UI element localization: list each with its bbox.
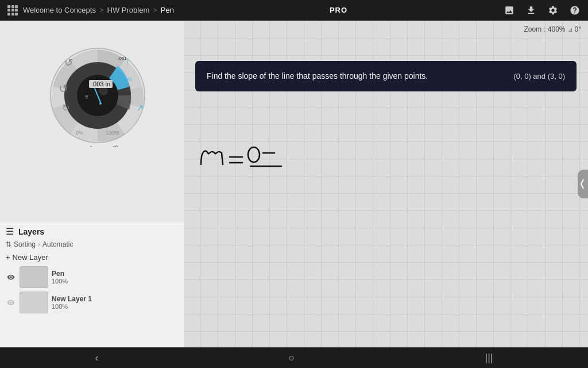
svg-text:.662: .662 [123, 76, 133, 82]
layer-info-pen: Pen 100% [52, 270, 68, 285]
layer-item-pen[interactable]: Pen 100% [6, 266, 178, 288]
svg-text:↺: ↺ [59, 82, 68, 95]
layer-info-new: New Layer 1 100% [52, 295, 92, 310]
zoom-indicator: Zoom : 400% ⊿ 0° [524, 25, 581, 33]
problem-card: Find the slope of the line that passes t… [195, 61, 577, 91]
svg-text:∿: ∿ [89, 144, 95, 147]
image-icon[interactable] [503, 4, 516, 17]
arrow-down-right-icon[interactable]: ↗ [136, 102, 144, 113]
zoom-value[interactable]: 400% [548, 25, 566, 33]
bottom-bar: ‹ ○ ||| [0, 347, 588, 368]
new-layer-label: New Layer [13, 253, 48, 262]
home-button[interactable]: ○ [277, 350, 307, 366]
svg-point-16 [99, 102, 102, 105]
layer-name-pen: Pen [52, 270, 68, 278]
sorting-label[interactable]: Sorting [14, 240, 36, 248]
layers-title: Layers [18, 227, 44, 236]
back-button[interactable]: ‹ [84, 350, 110, 366]
svg-text:.227: .227 [75, 146, 84, 147]
topbar-left: Welcome to Concepts > HW Problem > Pen [7, 5, 174, 16]
layer-opacity-new: 100% [52, 303, 92, 310]
undo-icon[interactable]: ↺ [64, 56, 73, 69]
layer-eye-hidden[interactable] [6, 298, 16, 306]
breadcrumb-hw[interactable]: HW Problem [107, 6, 150, 14]
help-icon[interactable] [568, 4, 581, 17]
layer-eye-visible[interactable] [6, 273, 16, 281]
left-panel: .061 .662 .20 .227 ↺ ≡ ∿ ↑ ↓ 0% [0, 21, 184, 347]
svg-point-19 [248, 147, 260, 162]
arrow-up-icon[interactable]: ↑ [125, 56, 130, 67]
pen-wheel[interactable]: .061 .662 .20 .227 ↺ ≡ ∿ ↑ ↓ 0% [46, 44, 149, 147]
redo-icon[interactable]: ↻ [62, 102, 69, 113]
problem-text: Find the slope of the line that passes t… [207, 70, 513, 82]
problem-coords: (0, 0) and (3, 0) [513, 72, 565, 80]
breadcrumb-app[interactable]: Welcome to Concepts [23, 6, 96, 14]
layer-name-new: New Layer 1 [52, 295, 92, 303]
zoom-icon: ⊿ [568, 26, 572, 33]
upload-icon[interactable] [525, 4, 537, 17]
layers-header: ☰ Layers [6, 226, 178, 237]
settings-icon[interactable] [547, 4, 559, 17]
svg-text:.20: .20 [111, 144, 119, 147]
layer-thumbnail-pen [20, 266, 48, 288]
handwriting-svg [195, 133, 339, 179]
sorting-value[interactable]: Automatic [42, 240, 73, 248]
canvas-area[interactable]: Zoom : 400% ⊿ 0° Find the slope of the l… [184, 21, 588, 347]
zoom-label: Zoom : [524, 25, 545, 33]
breadcrumb-sep2: > [153, 6, 157, 14]
math-area [195, 133, 339, 181]
app-icon[interactable] [7, 5, 18, 16]
svg-text:0%: 0% [76, 130, 83, 136]
top-bar: Welcome to Concepts > HW Problem > Pen P… [0, 0, 588, 21]
pen-wheel-area: .061 .662 .20 .227 ↺ ≡ ∿ ↑ ↓ 0% [0, 21, 184, 221]
pen-size-label: .003 in [89, 80, 113, 88]
sorting-row: ⇅ Sorting › Automatic [6, 240, 178, 248]
layers-menu-icon[interactable]: ☰ [6, 226, 14, 237]
side-handle[interactable] [578, 170, 588, 198]
breadcrumb: Welcome to Concepts > HW Problem > Pen [23, 6, 174, 14]
layer-thumbnail-new [20, 292, 48, 313]
pro-badge: PRO [330, 6, 347, 14]
sort-sep: › [38, 240, 40, 248]
svg-text:≡: ≡ [85, 94, 88, 100]
layers-panel: ☰ Layers ⇅ Sorting › Automatic + New Lay… [0, 221, 184, 347]
new-layer-button[interactable]: + New Layer [6, 253, 178, 262]
main-area: .061 .662 .20 .227 ↺ ≡ ∿ ↑ ↓ 0% [0, 21, 588, 347]
plus-icon: + [6, 253, 10, 262]
zoom-angle: 0° [575, 25, 581, 33]
sort-icon: ⇅ [6, 240, 11, 248]
svg-text:100%: 100% [106, 130, 119, 136]
breadcrumb-sep1: > [99, 6, 104, 14]
topbar-right [503, 4, 581, 17]
layer-item-new[interactable]: New Layer 1 100% [6, 292, 178, 313]
layer-opacity-pen: 100% [52, 278, 68, 285]
breadcrumb-pen[interactable]: Pen [161, 6, 174, 14]
recent-button[interactable]: ||| [473, 350, 504, 366]
